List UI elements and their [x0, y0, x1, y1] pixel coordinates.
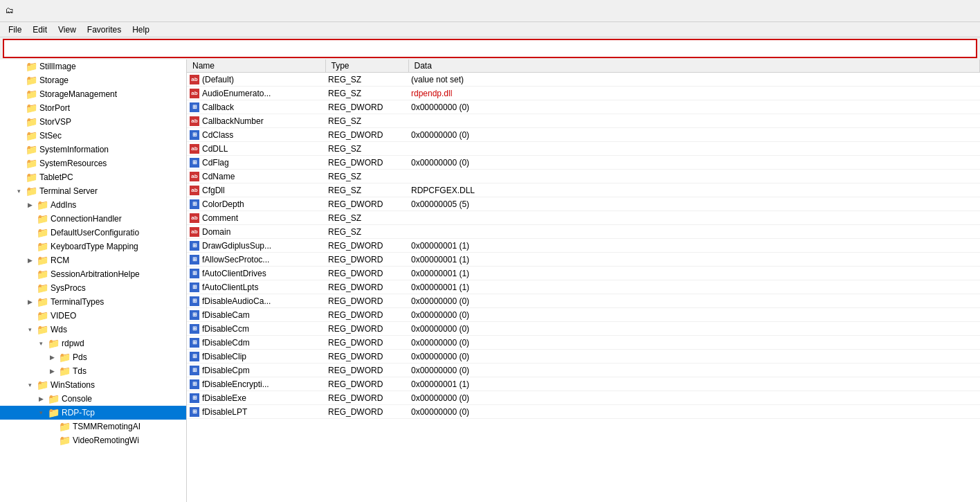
menu-item-help[interactable]: Help	[127, 24, 155, 36]
table-row[interactable]: abCommentREG_SZ	[187, 211, 980, 225]
expand-icon[interactable]: ▶	[25, 297, 35, 307]
tree-item-label: Storage	[39, 75, 69, 85]
registry-type-cell: REG_DWORD	[325, 239, 408, 253]
minimize-button[interactable]	[879, 0, 911, 22]
tree-item[interactable]: 📁TSMMRemotingAI	[0, 420, 186, 433]
registry-data-cell: 0x00000000 (0)	[408, 156, 980, 170]
registry-type-cell: REG_DWORD	[325, 100, 408, 114]
tree-item[interactable]: ▶📁AddIns	[0, 198, 186, 212]
tree-item[interactable]: ▾📁Wds	[0, 323, 186, 337]
table-row[interactable]: abCallbackNumberREG_SZ	[187, 114, 980, 128]
registry-name-text: fDisableLPT	[202, 407, 247, 417]
close-button[interactable]	[943, 0, 974, 22]
col-header-type[interactable]: Type	[325, 60, 408, 73]
table-row[interactable]: ⊞fDisableCdmREG_DWORD0x00000000 (0)	[187, 336, 980, 350]
tree-item[interactable]: ▶📁Tds	[0, 364, 186, 378]
tree-item[interactable]: ▾📁rdpwd	[0, 337, 186, 350]
expand-icon[interactable]: ▶	[25, 200, 35, 210]
table-row[interactable]: abAudioEnumerato...REG_SZrdpendp.dll	[187, 87, 980, 100]
tree-item[interactable]: 📁StorageManagement	[0, 87, 186, 101]
tree-item[interactable]: 📁KeyboardType Mapping	[0, 240, 186, 253]
tree-item[interactable]: ▾📁WinStations	[0, 378, 186, 392]
tree-item[interactable]: 📁StSec	[0, 129, 186, 143]
app-icon: 🗂	[6, 6, 17, 17]
reg-sz-icon: ab	[190, 227, 199, 237]
menu-item-file[interactable]: File	[3, 24, 27, 36]
registry-name-cell: abCallbackNumber	[187, 114, 325, 128]
table-row[interactable]: abDomainREG_SZ	[187, 225, 980, 239]
registry-name-text: fDisableCdm	[202, 338, 250, 348]
collapse-icon[interactable]: ▾	[36, 408, 46, 418]
maximize-button[interactable]	[911, 0, 943, 22]
tree-item-label: StorVSP	[39, 117, 71, 127]
expand-icon[interactable]: ▶	[47, 366, 57, 376]
table-row[interactable]: ⊞fDisableCcmREG_DWORD0x00000000 (0)	[187, 322, 980, 336]
tree-item[interactable]: 📁SystemResources	[0, 156, 186, 170]
tree-item[interactable]: 📁VideoRemotingWi	[0, 433, 186, 447]
collapse-icon[interactable]: ▾	[36, 339, 46, 348]
tree-item[interactable]: 📁VIDEO	[0, 309, 186, 323]
col-header-name[interactable]: Name	[187, 60, 325, 73]
tree-item[interactable]: 📁DefaultUserConfiguratio	[0, 226, 186, 240]
registry-name-cell: ⊞fAllowSecProtoc...	[187, 253, 325, 267]
tree-item[interactable]: 📁SessionArbitrationHelpe	[0, 267, 186, 281]
tree-item[interactable]: ▶📁Pds	[0, 350, 186, 364]
table-row[interactable]: ⊞CdFlagREG_DWORD0x00000000 (0)	[187, 156, 980, 170]
tree-item[interactable]: 📁StorVSP	[0, 115, 186, 129]
address-bar	[3, 39, 977, 58]
tree-item[interactable]: 📁StorPort	[0, 101, 186, 115]
table-row[interactable]: ⊞DrawGdiplusSup...REG_DWORD0x00000001 (1…	[187, 239, 980, 253]
folder-icon: 📁	[37, 283, 48, 294]
reg-dword-icon: ⊞	[190, 324, 199, 334]
tree-item[interactable]: ▶📁RCM	[0, 253, 186, 267]
table-row[interactable]: ⊞CallbackREG_DWORD0x00000000 (0)	[187, 100, 980, 114]
detail-panel[interactable]: Name Type Data ab(Default)REG_SZ(value n…	[187, 60, 980, 502]
table-row[interactable]: ⊞ColorDepthREG_DWORD0x00000005 (5)	[187, 197, 980, 211]
table-row[interactable]: ⊞fAutoClientLptsREG_DWORD0x00000001 (1)	[187, 280, 980, 294]
collapse-icon[interactable]: ▾	[25, 380, 35, 390]
col-header-data[interactable]: Data	[408, 60, 980, 73]
table-row[interactable]: ⊞fDisableLPTREG_DWORD0x00000000 (0)	[187, 405, 980, 419]
table-row[interactable]: ⊞fDisableExeREG_DWORD0x00000000 (0)	[187, 391, 980, 405]
table-row[interactable]: ⊞fAllowSecProtoc...REG_DWORD0x00000001 (…	[187, 253, 980, 267]
registry-type-cell: REG_SZ	[325, 211, 408, 225]
table-row[interactable]: ⊞fDisableClipREG_DWORD0x00000000 (0)	[187, 350, 980, 364]
tree-item[interactable]: ▶📁TerminalTypes	[0, 295, 186, 309]
tree-item[interactable]: ▶📁Console	[0, 392, 186, 406]
expand-icon[interactable]: ▶	[47, 352, 57, 362]
registry-name-cell: ⊞CdClass	[187, 128, 325, 142]
menu-item-edit[interactable]: Edit	[27, 24, 53, 36]
table-row[interactable]: ⊞CdClassREG_DWORD0x00000000 (0)	[187, 128, 980, 142]
tree-item[interactable]: 📁TabletPC	[0, 170, 186, 184]
collapse-icon[interactable]: ▾	[14, 186, 24, 196]
table-row[interactable]: abCdNameREG_SZ	[187, 170, 980, 183]
folder-icon: 📁	[37, 296, 48, 307]
tree-item[interactable]: ▾📁Terminal Server	[0, 184, 186, 198]
expand-icon[interactable]: ▶	[36, 394, 46, 404]
table-row[interactable]: ⊞fDisableCamREG_DWORD0x00000000 (0)	[187, 308, 980, 322]
folder-icon: 📁	[26, 158, 37, 169]
tree-item[interactable]: 📁StillImage	[0, 60, 186, 73]
reg-dword-icon: ⊞	[190, 352, 199, 361]
expand-icon[interactable]: ▶	[25, 256, 35, 265]
table-row[interactable]: ⊞fDisableAudioCa...REG_DWORD0x00000000 (…	[187, 294, 980, 308]
menu-item-view[interactable]: View	[53, 24, 82, 36]
menu-item-favorites[interactable]: Favorites	[82, 24, 127, 36]
table-row[interactable]: ⊞fAutoClientDrivesREG_DWORD0x00000001 (1…	[187, 267, 980, 280]
table-row[interactable]: abCdDLLREG_SZ	[187, 142, 980, 156]
tree-item[interactable]: ▾📁RDP-Tcp	[0, 406, 186, 420]
tree-item[interactable]: 📁SystemInformation	[0, 143, 186, 156]
folder-icon: 📁	[59, 421, 71, 432]
tree-item[interactable]: 📁Storage	[0, 73, 186, 87]
table-row[interactable]: ⊞fDisableEncrypti...REG_DWORD0x00000001 …	[187, 377, 980, 391]
registry-data-cell: 0x00000001 (1)	[408, 377, 980, 391]
registry-type-cell: REG_DWORD	[325, 267, 408, 280]
table-row[interactable]: abCfgDllREG_SZRDPCFGEX.DLL	[187, 183, 980, 197]
tree-item[interactable]: 📁SysProcs	[0, 281, 186, 295]
collapse-icon[interactable]: ▾	[25, 325, 35, 334]
tree-panel[interactable]: 📁StillImage📁Storage📁StorageManagement📁St…	[0, 60, 187, 502]
table-row[interactable]: ab(Default)REG_SZ(value not set)	[187, 73, 980, 87]
table-row[interactable]: ⊞fDisableCpmREG_DWORD0x00000000 (0)	[187, 364, 980, 377]
tree-item[interactable]: 📁ConnectionHandler	[0, 212, 186, 226]
registry-data-cell: 0x00000000 (0)	[408, 128, 980, 142]
